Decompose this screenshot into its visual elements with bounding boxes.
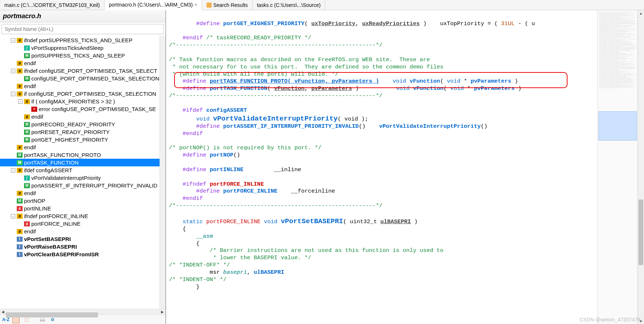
scroll-up-icon[interactable]: ▲ — [638, 10, 644, 16]
code-text: /*--------------------------------------… — [169, 202, 382, 209]
outline-tree[interactable]: -ifndef portSUPPRESS_TICKS_AND_SLEEPvPor… — [0, 36, 165, 309]
outline-item[interactable]: endif — [0, 189, 165, 197]
tree-scrollbar-h[interactable]: ◀ ▶ — [0, 309, 165, 315]
expand-icon[interactable]: - — [11, 69, 15, 73]
outline-item[interactable]: -ifndef configUSE_PORT_OPTIMISED_TASK_SE… — [0, 67, 165, 75]
scroll-thumb[interactable] — [6, 312, 98, 317]
outline-item[interactable]: vPortRaiseBASEPRI — [0, 243, 165, 250]
pound-ylw-icon — [17, 38, 23, 43]
outline-item[interactable]: error configUSE_PORT_OPTIMISED_TASK_SE — [0, 105, 165, 113]
code-text: * — [460, 78, 471, 84]
code-text: void — [169, 116, 213, 122]
outline-item[interactable]: portGET_HIGHEST_PRIORITY — [0, 136, 165, 143]
code-text: #define — [169, 123, 223, 130]
code-text: ) — [515, 85, 522, 92]
code-text: 31UL — [501, 20, 515, 27]
outline-item[interactable]: -ifdef configASSERT — [0, 166, 165, 174]
code-text: #ifdef — [169, 107, 206, 114]
outline-label: portRECORD_READY_PRIORITY — [31, 121, 115, 127]
file-title: portmacro.h — [0, 10, 165, 23]
code-text: { — [169, 226, 186, 232]
scroll-right-icon[interactable]: ▶ — [160, 309, 165, 315]
code-text: pvParameters — [474, 85, 515, 92]
code-text: #define — [169, 152, 210, 158]
outline-item[interactable]: portSUPPRESS_TICKS_AND_SLEEP — [0, 52, 165, 59]
outline-item[interactable]: configUSE_PORT_OPTIMISED_TASK_SELECTION — [0, 75, 165, 82]
code-text: /* portNOP() is not required by this por… — [169, 145, 322, 151]
outline-item[interactable]: vPortClearBASEPRIFromISR — [0, 250, 165, 258]
code-text: ) — [411, 218, 418, 225]
outline-item[interactable]: vPortValidateInterruptPriority — [0, 174, 165, 182]
code-text: void — [359, 85, 410, 92]
outline-label: vPortValidateInterruptPriority — [31, 175, 101, 181]
outline-label: portRESET_READY_PRIORITY — [31, 129, 110, 135]
code-text: #define — [169, 85, 210, 92]
expand-icon[interactable]: - — [11, 38, 15, 43]
outline-item[interactable]: -ifndef portSUPPRESS_TICKS_AND_SLEEP — [0, 36, 165, 44]
tab-tasks-c[interactable]: tasks.c (C:\Users\...\Source) — [252, 0, 325, 10]
outline-item[interactable]: portRECORD_READY_PRIORITY — [0, 120, 165, 128]
fn-blue-icon — [17, 244, 23, 249]
expand-icon[interactable]: - — [18, 99, 23, 104]
outline-item[interactable]: portINLINE — [0, 205, 165, 212]
code-text: ulBASEPRI — [254, 269, 284, 276]
tree-scrollbar-v[interactable] — [160, 36, 165, 309]
m-grn-icon — [24, 130, 30, 135]
pound-ylw-icon — [17, 145, 23, 150]
tab-label: tasks.c (C:\Users\...\Source) — [257, 2, 321, 8]
code-text: * lower the BASEPRI value. */ — [169, 254, 311, 261]
pound-ylw-icon — [17, 168, 23, 173]
tab-search-results[interactable]: Search Results — [202, 0, 252, 10]
outline-item[interactable]: endif — [0, 113, 165, 120]
tab-portmacro-h[interactable]: portmacro.h (C:\Users\...\ARM_CM3)✕ — [105, 0, 202, 10]
symbol-search-input[interactable] — [1, 24, 164, 34]
tab-label: main.c (C:\...\CORTEX_STM32F103_Keil) — [4, 2, 100, 8]
code-text: basepri — [223, 269, 247, 276]
outline-item[interactable]: portFORCE_INLINE — [0, 220, 165, 228]
code-text: uxTopPriority — [311, 20, 356, 27]
scroll-left-icon[interactable]: ◀ — [0, 309, 6, 315]
outline-label: portSUPPRESS_TICKS_AND_SLEEP — [31, 52, 125, 59]
outline-item[interactable]: endif — [0, 59, 165, 67]
outline-item[interactable]: portTASK_FUNCTION — [0, 159, 165, 166]
outline-item[interactable]: endif — [0, 228, 165, 235]
outline-item[interactable]: portTASK_FUNCTION_PROTO — [0, 151, 165, 159]
outline-item[interactable]: portNOP — [0, 197, 165, 205]
code-text: ( uint32_t — [343, 218, 380, 225]
outline-label: vPortClearBASEPRIFromISR — [24, 251, 99, 257]
minimap[interactable]: ───────────────────────────────────── ──… — [597, 10, 637, 324]
outline-label: if configUSE_PORT_OPTIMISED_TASK_SELECTI… — [24, 91, 156, 97]
editor-scrollbar-v[interactable]: ▲ ▼ — [637, 10, 644, 324]
outline-item[interactable]: endif — [0, 82, 165, 90]
code-text: #define — [169, 20, 223, 27]
code-text: portINLINE — [210, 166, 244, 173]
code-text: #endif — [169, 195, 203, 202]
outline-item[interactable]: vPortSetBASEPRI — [0, 235, 165, 243]
close-icon[interactable]: ✕ — [194, 3, 197, 7]
outline-item[interactable]: -if configUSE_PORT_OPTIMISED_TASK_SELECT… — [0, 90, 165, 98]
scroll-thumb[interactable] — [639, 199, 643, 265]
code-text: ulBASEPRI — [380, 218, 411, 225]
code-text: , — [305, 85, 311, 92]
outline-label: ifndef portSUPPRESS_TICKS_AND_SLEEP — [24, 37, 133, 43]
tab-label: portmacro.h (C:\Users\...\ARM_CM3) — [109, 2, 193, 8]
expand-icon[interactable]: - — [11, 214, 15, 218]
tab-main-c[interactable]: main.c (C:\...\CORTEX_STM32F103_Keil) — [0, 0, 105, 10]
outline-item[interactable]: vPortSuppressTicksAndSleep — [0, 44, 165, 52]
outline-item[interactable]: -ifndef portFORCE_INLINE — [0, 212, 165, 220]
m-grn-icon — [24, 76, 30, 81]
code-text: ( — [305, 20, 311, 27]
minimap-viewport[interactable] — [598, 111, 637, 141]
outline-item[interactable]: endif — [0, 143, 165, 151]
outline-item[interactable]: portASSERT_IF_INTERRUPT_PRIORITY_INVALID — [0, 182, 165, 189]
outline-item[interactable]: portRESET_READY_PRIORITY — [0, 128, 165, 136]
code-editor[interactable]: #define portGET_HIGHEST_PRIORITY( uxTopP… — [166, 10, 597, 324]
code-text: #define — [169, 166, 210, 173]
expand-icon[interactable]: - — [11, 92, 15, 96]
outline-item[interactable]: -if ( configMAX_PRIORITIES > 32 ) — [0, 98, 165, 105]
code-text: uxReadyPriorities — [362, 20, 420, 27]
expand-icon[interactable]: - — [11, 168, 15, 173]
m-grn-icon — [17, 198, 23, 204]
code-text: portGET_HIGHEST_PRIORITY — [223, 20, 305, 27]
code-text: portNOP — [210, 152, 233, 158]
